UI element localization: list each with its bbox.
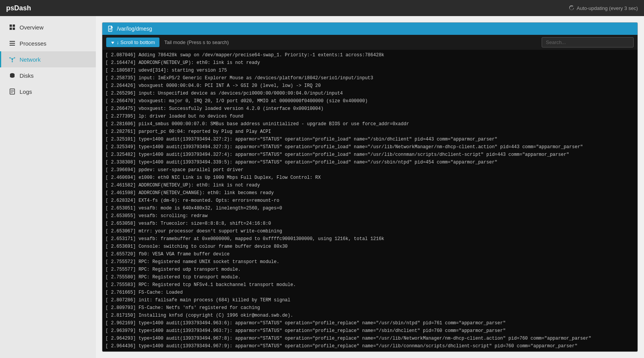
log-line: [ 2.266470] vboxguest: major 0, IRQ 20, … bbox=[105, 97, 634, 105]
log-line: [ 2.282761] parport_pc 00:04: reported b… bbox=[105, 128, 634, 136]
sidebar-item-processes[interactable]: Processes bbox=[0, 35, 96, 51]
svg-rect-5 bbox=[10, 43, 15, 44]
svg-line-12 bbox=[12, 58, 14, 59]
file-panel: /var/log/dmesg ↓ Scroll to bottom Tail m… bbox=[102, 22, 638, 352]
log-line: [ 2.180587] udevd[314]: starting version… bbox=[105, 67, 634, 74]
log-line: [ 2.325101] type=1400 audit(1393793494.3… bbox=[105, 136, 634, 143]
tail-mode-text: Tail mode (Press s to search) bbox=[164, 39, 537, 45]
log-line: [ 2.258735] input: ImExPS/2 Generic Expl… bbox=[105, 74, 634, 82]
log-line: [ 2.809793] FS-Cache: Netfs 'nfs' regist… bbox=[105, 304, 634, 312]
log-line: [ 2.277395] lp: driver loaded but no dev… bbox=[105, 113, 634, 120]
log-line: [ 2.325482] type=1400 audit(1393793494.3… bbox=[105, 151, 634, 159]
log-line: [ 2.281606] piix4_smbus 0000:00:07.0: SM… bbox=[105, 120, 634, 128]
log-line: [ 2.817150] Installing knfsd (copyright … bbox=[105, 312, 634, 319]
log-line: [ 2.807286] init: failsafe main process … bbox=[105, 296, 634, 304]
log-line: [ 2.968536] type=1400 audit(1393793494.9… bbox=[105, 350, 634, 351]
log-line: [ 2.653067] mtrr: your processor doesn't… bbox=[105, 227, 634, 235]
log-line: [ 2.653171] vesafb: framebuffer at 0xe00… bbox=[105, 235, 634, 243]
sidebar-item-logs[interactable]: Logs bbox=[0, 83, 96, 100]
main-content: /var/log/dmesg ↓ Scroll to bottom Tail m… bbox=[96, 16, 644, 358]
topbar: psDash Auto-updating (every 3 sec) bbox=[0, 0, 644, 16]
file-icon bbox=[108, 26, 114, 32]
layout: Overview Processes Network Disks Logs bbox=[0, 16, 644, 358]
log-line: [ 2.655720] fb0: VESA VGA frame buffer d… bbox=[105, 250, 634, 258]
file-toolbar: ↓ Scroll to bottom Tail mode (Press s to… bbox=[102, 35, 637, 50]
log-line: [ 2.087046] Adding 786428k swap on /dev/… bbox=[105, 51, 634, 59]
log-line: [ 2.653051] vesafb: mode is 640x480x32, … bbox=[105, 204, 634, 212]
svg-rect-2 bbox=[10, 28, 12, 30]
sidebar: Overview Processes Network Disks Logs bbox=[0, 16, 96, 358]
log-line: [ 2.653058] vesafb: Truecolor: size=8:8:… bbox=[105, 220, 634, 227]
search-input[interactable] bbox=[542, 37, 634, 47]
sidebar-item-label: Disks bbox=[20, 72, 34, 79]
log-line: [ 2.338308] type=1400 audit(1393793494.3… bbox=[105, 159, 634, 166]
disk-icon bbox=[9, 72, 16, 79]
log-line: [ 2.164474] ADDRCONF(NETDEV_UP): eth0: l… bbox=[105, 59, 634, 67]
log-line: [ 2.963979] type=1400 audit(1393793494.9… bbox=[105, 327, 634, 335]
sidebar-item-label: Overview bbox=[20, 24, 44, 31]
log-line: [ 2.761665] FS-Cache: Loaded bbox=[105, 289, 634, 296]
svg-rect-3 bbox=[13, 28, 15, 30]
svg-marker-23 bbox=[111, 42, 114, 44]
sidebar-item-disks[interactable]: Disks bbox=[0, 67, 96, 83]
log-line: [ 2.461598] ADDRCONF(NETDEV_CHANGE): eth… bbox=[105, 189, 634, 197]
sidebar-item-label: Processes bbox=[20, 40, 46, 47]
svg-rect-1 bbox=[13, 25, 15, 27]
file-path: /var/log/dmesg bbox=[117, 26, 152, 32]
grid-icon bbox=[9, 24, 16, 31]
log-line: [ 2.460694] e1000: eth0 NIC Link is Up 1… bbox=[105, 174, 634, 181]
svg-line-11 bbox=[10, 58, 12, 59]
log-line: [ 2.962169] type=1400 audit(1393793494.9… bbox=[105, 319, 634, 327]
autoupdate-label: Auto-updating (every 3 sec) bbox=[577, 5, 638, 11]
app-title: psDash bbox=[6, 4, 31, 12]
log-line: [ 2.653055] vesafb: scrolling: redraw bbox=[105, 212, 634, 220]
sidebar-item-overview[interactable]: Overview bbox=[0, 19, 96, 35]
log-line: [ 2.265296] input: Unspecified device as… bbox=[105, 90, 634, 97]
log-icon bbox=[9, 88, 16, 95]
log-line: [ 2.461582] ADDRCONF(NETDEV_UP): eth0: l… bbox=[105, 181, 634, 189]
log-line: [ 2.325349] type=1400 audit(1393793494.3… bbox=[105, 143, 634, 151]
svg-rect-4 bbox=[10, 41, 15, 42]
log-line: [ 2.396694] ppdev: user-space parallel p… bbox=[105, 166, 634, 174]
log-line: [ 2.266475] vboxguest: Successfully load… bbox=[105, 105, 634, 113]
svg-point-10 bbox=[12, 61, 13, 62]
list-icon bbox=[9, 40, 16, 47]
log-line: [ 2.755577] RPC: Registered udp transpor… bbox=[105, 266, 634, 273]
svg-point-7 bbox=[12, 59, 13, 60]
arrow-down-icon bbox=[111, 41, 115, 44]
log-content[interactable]: [ 2.087046] Adding 786428k swap on /dev/… bbox=[102, 50, 637, 351]
log-line: [ 2.628324] EXT4-fs (dm-0): re-mounted. … bbox=[105, 197, 634, 204]
log-line: [ 2.264426] vboxguest 0000:00:04.0: PCI … bbox=[105, 82, 634, 90]
log-line: [ 2.755583] RPC: Registered tcp NFSv4.1 … bbox=[105, 281, 634, 289]
log-line: [ 2.755572] RPC: Registered named UNIX s… bbox=[105, 258, 634, 266]
log-line: [ 2.755580] RPC: Registered tcp transpor… bbox=[105, 273, 634, 281]
svg-rect-0 bbox=[10, 25, 12, 27]
sidebar-item-label: Network bbox=[20, 56, 41, 63]
log-line: [ 2.964436] type=1400 audit(1393793494.9… bbox=[105, 342, 634, 350]
log-line: [ 2.964293] type=1400 audit(1393793494.9… bbox=[105, 335, 634, 342]
refresh-icon bbox=[569, 5, 574, 11]
svg-rect-6 bbox=[10, 45, 15, 46]
scroll-to-bottom-button[interactable]: ↓ Scroll to bottom bbox=[106, 38, 159, 47]
file-panel-header: /var/log/dmesg bbox=[102, 23, 637, 35]
sidebar-item-label: Logs bbox=[20, 88, 32, 95]
log-line: [ 2.653691] Console: switching to colour… bbox=[105, 243, 634, 250]
sidebar-item-network[interactable]: Network bbox=[0, 51, 96, 67]
autoupdate-indicator: Auto-updating (every 3 sec) bbox=[569, 5, 638, 11]
scroll-btn-label: ↓ Scroll to bottom bbox=[117, 39, 155, 45]
network-icon bbox=[9, 56, 16, 63]
